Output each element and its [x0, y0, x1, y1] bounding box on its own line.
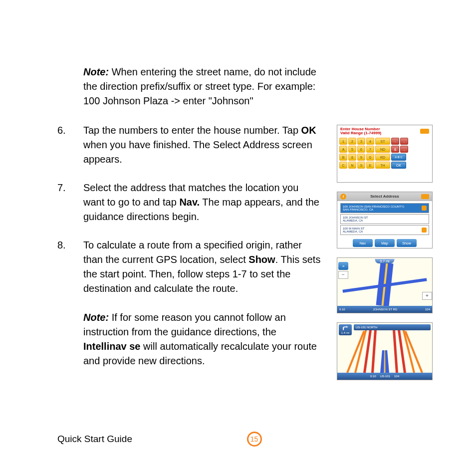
back-icon — [420, 129, 429, 134]
key-abc: A B C — [391, 154, 406, 161]
scroll-down-icon — [422, 228, 427, 233]
key: TH — [375, 162, 390, 169]
step-8: 8. To calculate a route from a specified… — [57, 238, 322, 368]
note-text: When entering the street name, do not in… — [83, 66, 316, 106]
step-number: 7. — [57, 181, 83, 224]
note-block-1: Note: When entering the street name, do … — [83, 65, 322, 108]
step-body: Tap the numbers to enter the house numbe… — [83, 123, 322, 167]
road-icon — [393, 328, 398, 373]
screen-title: Select Address — [370, 195, 399, 199]
key-ok: OK — [391, 162, 406, 169]
status-left: 0.10 — [339, 308, 345, 311]
nav-button: Nav — [353, 239, 373, 247]
key: 4 — [366, 138, 374, 145]
note-label: Note: — [83, 66, 109, 77]
turn-distance: 1.4 mi — [341, 331, 349, 334]
key: 1 — [339, 138, 347, 145]
zoom-out-icon: − — [338, 271, 348, 279]
key: 3 — [357, 138, 365, 145]
key: N — [348, 162, 356, 169]
status-center: JOHNSON ST RD — [373, 308, 397, 311]
key: 7 — [366, 146, 374, 153]
key: & — [391, 146, 399, 153]
page-number-badge: 15 — [247, 432, 262, 447]
step-number: 8. — [57, 238, 83, 368]
note-label: Note: — [83, 312, 109, 323]
address-item: 100 JOHNSON ST ALAMEDA, CA — [340, 214, 429, 224]
key: 6 — [357, 146, 365, 153]
highway-icon — [380, 350, 389, 373]
key: RD — [375, 154, 390, 161]
status-right: 104 — [394, 375, 399, 378]
key: B — [339, 154, 347, 161]
key: 2 — [348, 138, 356, 145]
back-icon — [421, 194, 429, 199]
key: 8 — [348, 154, 356, 161]
key: 9 — [357, 154, 365, 161]
main-text-column: Note: When entering the street name, do … — [57, 65, 322, 382]
key: S — [357, 162, 365, 169]
thumbnail-column: Enter House Number Valid Range (1-74999)… — [337, 65, 433, 382]
step-body: Select the address that matches the loca… — [83, 181, 322, 224]
key: - — [391, 138, 399, 145]
road-icon — [371, 328, 377, 373]
distance-badge: 0.7 mi — [375, 259, 394, 263]
top-bar: US-101 NORTH — [354, 324, 431, 330]
key: 5 — [348, 146, 356, 153]
status-right: 104 — [425, 308, 430, 311]
keypad-title-2: Valid Range (1-74999) — [340, 131, 381, 135]
address-item: 100 W MAIN ST ALAMEDA, CA — [340, 225, 429, 235]
step-body: To calculate a route from a specified or… — [83, 238, 322, 368]
step-7: 7. Select the address that matches the l… — [57, 181, 322, 224]
key: A — [339, 146, 347, 153]
info-icon: i — [340, 194, 346, 200]
key: ST — [375, 138, 390, 145]
page-footer: Quick Start Guide 15 — [57, 432, 451, 446]
address-item: 100 JOHNSON (SAN FRANCISCO COUNTY) SAN F… — [340, 203, 429, 213]
key: E — [366, 162, 374, 169]
menu-icon: ≡ — [338, 262, 348, 270]
key: C — [339, 162, 347, 169]
step-6: 6. Tap the numbers to enter the house nu… — [57, 123, 322, 167]
show-button: Show — [397, 239, 417, 247]
scroll-up-icon — [422, 206, 427, 211]
turn-icon: 1.4 mi — [339, 324, 352, 335]
thumbnail-3d-nav: 1.4 mi US-101 NORTH 0:10 US-101 104 — [337, 322, 433, 380]
key: . — [400, 138, 408, 145]
status-center: US-101 — [380, 375, 390, 378]
thumbnail-map-overview: 0.7 mi ≡ − + 0.10 JOHNSON ST RD 104 — [337, 257, 433, 313]
steps-list: 6. Tap the numbers to enter the house nu… — [57, 123, 322, 368]
zoom-in-icon: + — [422, 292, 432, 300]
footer-label: Quick Start Guide — [57, 432, 132, 446]
key: ND — [375, 146, 390, 153]
thumbnail-select-address: i Select Address 100 JOHNSON (SAN FRANCI… — [337, 192, 433, 248]
step-number: 6. — [57, 123, 83, 167]
key: 0 — [366, 154, 374, 161]
key: , — [400, 146, 408, 153]
status-left: 0:10 — [370, 375, 376, 378]
map-button: Map — [375, 239, 395, 247]
thumbnail-keypad: Enter House Number Valid Range (1-74999)… — [337, 125, 433, 183]
